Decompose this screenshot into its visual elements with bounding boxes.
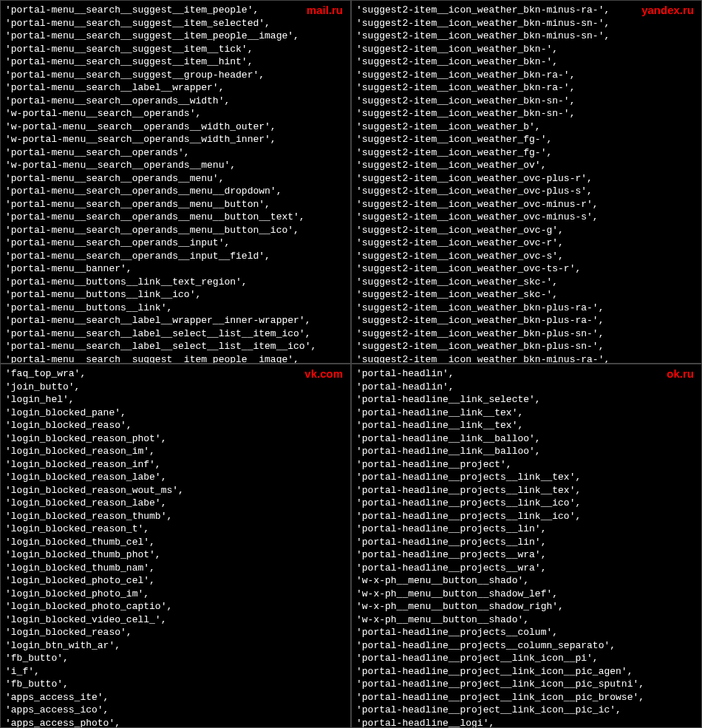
- code-grid: mail.ru 'portal-menu__search__suggest__i…: [0, 0, 702, 728]
- class-list: 'faq_top_wra', 'join_butto', 'login_hel'…: [5, 367, 346, 728]
- panel-label: mail.ru: [307, 4, 343, 16]
- panel-vk-com: vk.com 'faq_top_wra', 'join_butto', 'log…: [0, 364, 351, 728]
- class-list: 'suggest2-item__icon_weather_bkn-minus-r…: [356, 4, 697, 364]
- class-list: 'portal-headlin', 'portal-headlin', 'por…: [356, 367, 697, 728]
- panel-mail-ru: mail.ru 'portal-menu__search__suggest__i…: [0, 0, 351, 364]
- panel-label: ok.ru: [667, 367, 694, 380]
- panel-ok-ru: ok.ru 'portal-headlin', 'portal-headlin'…: [351, 364, 702, 728]
- panel-label: vk.com: [304, 367, 343, 380]
- class-list: 'portal-menu__search__suggest__item_peop…: [5, 4, 346, 364]
- panel-yandex-ru: yandex.ru 'suggest2-item__icon_weather_b…: [351, 0, 702, 364]
- panel-label: yandex.ru: [641, 4, 694, 16]
